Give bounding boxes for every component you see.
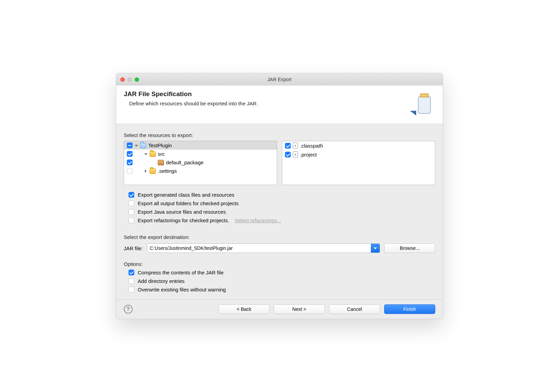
option-label: Overwrite existing files without warning bbox=[138, 287, 226, 292]
jar-file-combo[interactable] bbox=[147, 243, 380, 253]
help-icon[interactable]: ? bbox=[124, 305, 133, 314]
option-label: Add directory entries bbox=[138, 278, 185, 284]
checkbox-mixed[interactable] bbox=[127, 142, 133, 148]
option-overwrite[interactable]: Overwrite existing files without warning bbox=[124, 287, 435, 292]
options-label: Options: bbox=[124, 261, 435, 267]
page-subtitle: Define which resources should be exporte… bbox=[129, 101, 258, 106]
checkbox-unchecked[interactable] bbox=[129, 217, 134, 223]
checkbox-checked[interactable] bbox=[127, 151, 133, 157]
option-label: Export refactorings for checked projects… bbox=[138, 217, 229, 223]
option-label: Compress the contents of the JAR file bbox=[138, 270, 224, 275]
checkbox-checked[interactable] bbox=[129, 192, 134, 198]
window-controls bbox=[120, 77, 139, 82]
jar-icon bbox=[405, 90, 435, 118]
checkbox-unchecked[interactable] bbox=[129, 209, 134, 215]
option-label: Export Java source files and resources bbox=[138, 209, 226, 215]
checkbox-unchecked[interactable] bbox=[129, 287, 134, 292]
file-item-project[interactable]: x .project bbox=[282, 150, 435, 159]
svg-marker-2 bbox=[410, 111, 416, 116]
browse-button[interactable]: Browse... bbox=[384, 243, 435, 253]
jar-export-dialog: JAR Export JAR File Specification Define… bbox=[116, 73, 443, 319]
file-icon: x bbox=[293, 151, 298, 157]
svg-rect-0 bbox=[418, 96, 430, 114]
destination-label: Select the export destination: bbox=[124, 234, 435, 240]
tree-item-testplugin[interactable]: TestPlugin bbox=[124, 141, 277, 150]
next-button[interactable]: Next > bbox=[274, 304, 325, 314]
checkbox-unchecked[interactable] bbox=[129, 278, 134, 284]
option-export-generated[interactable]: Export generated class files and resourc… bbox=[124, 192, 435, 198]
resources-label: Select the resources to export: bbox=[124, 132, 435, 138]
tree-item-settings[interactable]: .settings bbox=[124, 167, 277, 175]
option-export-output-folders[interactable]: Export all output folders for checked pr… bbox=[124, 200, 435, 206]
window-title: JAR Export bbox=[116, 77, 443, 82]
option-export-java-source[interactable]: Export Java source files and resources bbox=[124, 209, 435, 215]
chevron-down-icon[interactable] bbox=[144, 153, 148, 157]
dialog-footer: ? < Back Next > Cancel Finish bbox=[116, 299, 443, 319]
checkbox-unchecked[interactable] bbox=[127, 168, 133, 174]
files-panel[interactable]: x .classpath x .project bbox=[282, 141, 435, 185]
tree-item-src[interactable]: src bbox=[124, 150, 277, 158]
file-item-label: .classpath bbox=[300, 143, 323, 149]
option-compress[interactable]: Compress the contents of the JAR file bbox=[124, 270, 435, 275]
checkbox-checked[interactable] bbox=[129, 270, 134, 275]
tree-item-default-package[interactable]: default_package bbox=[124, 158, 277, 167]
tree-item-label: src bbox=[158, 151, 165, 157]
tree-item-label: default_package bbox=[166, 160, 203, 165]
minimize-icon bbox=[127, 77, 132, 82]
dropdown-icon[interactable] bbox=[371, 244, 380, 253]
tree-item-label: .settings bbox=[158, 168, 177, 174]
select-refactorings-link: Select refactorings... bbox=[235, 217, 281, 223]
project-icon bbox=[140, 143, 146, 148]
checkbox-checked[interactable] bbox=[127, 160, 133, 165]
svg-rect-1 bbox=[420, 94, 428, 97]
maximize-icon[interactable] bbox=[135, 77, 139, 82]
chevron-down-icon[interactable] bbox=[135, 145, 138, 148]
folder-icon bbox=[150, 151, 156, 157]
tree-item-label: TestPlugin bbox=[148, 142, 172, 148]
back-button[interactable]: < Back bbox=[218, 304, 270, 314]
jar-file-input[interactable] bbox=[147, 244, 371, 253]
titlebar: JAR Export bbox=[116, 73, 443, 86]
folder-icon bbox=[150, 168, 156, 174]
file-icon: x bbox=[293, 142, 298, 149]
file-item-label: .project bbox=[300, 152, 317, 157]
checkbox-checked[interactable] bbox=[285, 152, 291, 157]
chevron-right-icon[interactable] bbox=[145, 169, 148, 173]
finish-button[interactable]: Finish bbox=[384, 304, 435, 314]
checkbox-checked[interactable] bbox=[285, 143, 291, 149]
close-icon[interactable] bbox=[120, 77, 125, 82]
jar-file-label: JAR file: bbox=[124, 245, 143, 251]
cancel-button[interactable]: Cancel bbox=[329, 304, 380, 314]
page-title: JAR File Specification bbox=[124, 90, 258, 98]
dialog-header: JAR File Specification Define which reso… bbox=[116, 86, 443, 124]
option-dir-entries[interactable]: Add directory entries bbox=[124, 278, 435, 284]
file-item-classpath[interactable]: x .classpath bbox=[282, 141, 435, 150]
package-icon bbox=[158, 160, 164, 165]
tree-panel[interactable]: TestPlugin src default_package bbox=[124, 141, 277, 185]
option-label: Export generated class files and resourc… bbox=[138, 192, 234, 198]
option-export-refactorings[interactable]: Export refactorings for checked projects… bbox=[124, 217, 435, 223]
option-label: Export all output folders for checked pr… bbox=[138, 200, 239, 206]
checkbox-unchecked[interactable] bbox=[129, 200, 134, 206]
